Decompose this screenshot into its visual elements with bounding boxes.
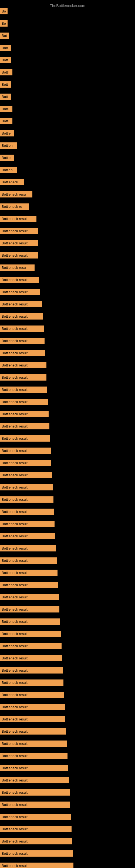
list-item: Bottl	[0, 69, 12, 75]
list-item: Bottleneck result	[0, 814, 71, 820]
list-item: Bott	[0, 45, 11, 51]
list-item: Bo	[0, 8, 8, 14]
list-item: Bottleneck result	[0, 374, 46, 380]
list-item: Bottleneck result	[0, 277, 39, 283]
list-item: Bottleneck result	[0, 631, 61, 637]
list-item: Bottleneck result	[0, 557, 57, 564]
list-item: Bottleneck result	[0, 216, 37, 222]
list-item: Bottleneck result	[0, 338, 45, 344]
list-item: Bottleneck result	[0, 765, 68, 771]
list-item: Bottleneck result	[0, 606, 59, 613]
list-item: Bottleneck result	[0, 508, 54, 515]
list-item: Bottleneck result	[0, 863, 74, 868]
list-item: Bott	[0, 82, 11, 88]
list-item: Bottleneck result	[0, 460, 51, 466]
list-item: Bottleneck result	[0, 411, 49, 417]
list-item: Bottleneck result	[0, 240, 38, 246]
list-item: Bottleneck result	[0, 435, 50, 442]
list-item: Bottleneck resu	[0, 265, 35, 271]
list-item: Bottleneck result	[0, 326, 44, 332]
list-item: Bottleneck re	[0, 204, 29, 210]
list-item: Bottleneck result	[0, 582, 58, 588]
list-item: Bottleneck result	[0, 594, 59, 600]
list-item: Bott	[0, 57, 11, 63]
list-item: Bottleneck result	[0, 350, 45, 356]
list-item: Bottleneck result	[0, 362, 46, 368]
list-item: Bottlen	[0, 167, 17, 173]
list-item: Bottleneck result	[0, 741, 67, 747]
list-item: Bottleneck result	[0, 228, 38, 234]
list-item: Bottleneck result	[0, 777, 69, 783]
list-item: Bottle	[0, 155, 14, 161]
list-item: Bottleneck result	[0, 289, 40, 295]
list-item: Bottleneck result	[0, 680, 63, 686]
list-item: Bottleneck result	[0, 496, 53, 503]
list-item: Bottleneck result	[0, 802, 70, 808]
list-item: Bo	[0, 20, 8, 27]
list-item: Bottleneck result	[0, 838, 72, 844]
list-item: Bottleneck result	[0, 716, 65, 722]
list-item: Bottlen	[0, 143, 17, 149]
list-item: Bottleneck result	[0, 252, 38, 258]
list-item: Bottleneck result	[0, 789, 70, 796]
list-item: Bottl	[0, 106, 12, 112]
list-item: Bottleneck result	[0, 301, 42, 307]
list-item: Bottleneck result	[0, 386, 47, 393]
list-item: Bottleneck result	[0, 728, 66, 735]
list-item: Bottleneck result	[0, 655, 62, 661]
list-item: Bottleneck result	[0, 569, 57, 576]
list-item: Bottleneck result	[0, 472, 52, 478]
list-item: Bottleneck result	[0, 484, 53, 490]
list-item: Bottleneck result	[0, 618, 60, 625]
list-item: Bottleneck result	[0, 667, 63, 674]
list-item: Bot	[0, 33, 9, 39]
list-item: Bottleneck result	[0, 313, 43, 319]
site-title: TheBottlenecker.com	[0, 1, 135, 10]
list-item: Bottleneck result	[0, 850, 73, 857]
list-item: Bottleneck result	[0, 692, 64, 698]
list-item: Bottleneck result	[0, 423, 49, 429]
list-item: Bottleneck result	[0, 704, 65, 710]
list-item: Bottleneck result	[0, 399, 48, 405]
list-item: Bottleneck result	[0, 533, 55, 539]
list-item: Bottleneck	[0, 179, 24, 185]
list-item: Bottleneck result	[0, 826, 72, 832]
list-item: Bottleneck result	[0, 753, 68, 759]
list-item: Bottl	[0, 118, 12, 124]
list-item: Bottleneck resu	[0, 191, 32, 197]
list-item: Bottleneck result	[0, 643, 61, 649]
list-item: Bottleneck result	[0, 521, 54, 527]
list-item: Bottleneck result	[0, 447, 51, 454]
list-item: Bottleneck result	[0, 545, 56, 552]
list-item: Bott	[0, 94, 11, 100]
list-item: Bottle	[0, 130, 14, 136]
